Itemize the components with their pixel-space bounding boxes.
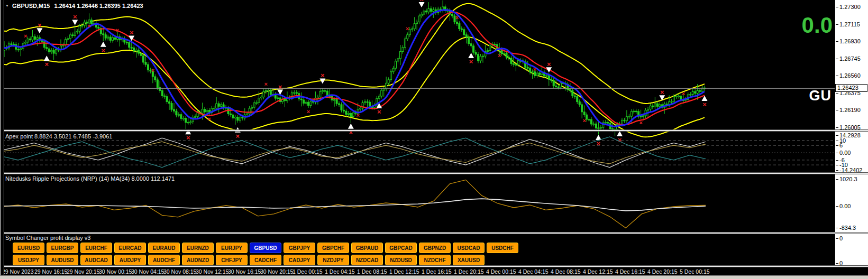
symbol-button-eurusd[interactable]: EURUSD [13, 243, 44, 253]
nrp-indicator-label: Nitedusks Ripple Projections (NRP) (14) … [5, 175, 175, 182]
time-axis-label: 1 Dec 20:15 [454, 268, 484, 275]
time-axis-label: 30 Nov 04:15 [131, 268, 164, 275]
svg-text:×: × [547, 60, 551, 68]
symbol-button-row-2: USDJPYAUDUSDAUDCADAUDJPYAUDCHFAUDNZDCHFJ… [13, 255, 487, 265]
panel-separator[interactable] [0, 129, 868, 132]
axis-label: 0 [839, 235, 843, 241]
symbol-button-eurnzd[interactable]: EURNZD [182, 243, 214, 253]
chart-title-bar: ▼GBPUSD,M151.26414 1.26446 1.26395 1.264… [5, 3, 143, 9]
time-axis-label: 1 Dec 16:15 [422, 268, 452, 275]
nrp-main [2, 180, 706, 228]
axis-label: 6 [839, 142, 843, 148]
symbol-button-usdchf[interactable]: USDCHF [487, 243, 518, 253]
svg-text:×: × [151, 67, 154, 73]
symbol-button-usdjpy[interactable]: USDJPY [13, 255, 44, 265]
time-axis-label: 1 Dec 08:15 [357, 268, 387, 275]
svg-text:×: × [73, 13, 77, 21]
time-axis-label: 1 Dec 12:15 [389, 268, 419, 275]
svg-text:×: × [44, 60, 49, 68]
symbol-button-gbpaud[interactable]: GBPAUD [351, 243, 383, 253]
svg-text:×: × [498, 52, 501, 59]
time-axis-label: 29 Nov 2023 [2, 268, 34, 275]
symbol-button-usdcad[interactable]: USDCAD [453, 243, 485, 253]
axis-label: -834.3 [839, 225, 856, 231]
price-axis-column[interactable]: 1.273001.271151.269301.267451.265601.263… [835, 0, 868, 267]
svg-text:×: × [582, 117, 586, 124]
symbol-button-audjpy[interactable]: AUDJPY [114, 255, 146, 265]
chart-canvas[interactable]: ×××××××××××××××××××××××××××××××××× [0, 0, 868, 279]
symbol-button-nzdcad[interactable]: NZDCAD [351, 255, 383, 265]
axis-label: 1.27300 [839, 4, 861, 10]
svg-text:×: × [24, 33, 27, 39]
panel-separator[interactable] [0, 172, 868, 174]
svg-text:×: × [321, 71, 325, 79]
symbol-watermark: GU [783, 88, 832, 104]
symbol-button-cadchf[interactable]: CADCHF [250, 255, 281, 265]
time-axis[interactable]: 29 Nov 202329 Nov 16:1529 Nov 20:1530 No… [0, 267, 868, 275]
apex-grid-lines [2, 141, 834, 165]
symbol-button-audcad[interactable]: AUDCAD [80, 255, 112, 265]
symbol-button-eurcad[interactable]: EURCAD [114, 243, 146, 253]
symbol-button-audnzd[interactable]: AUDNZD [182, 255, 214, 265]
time-axis-label: 4 Dec 00:15 [486, 268, 516, 275]
svg-text:×: × [130, 29, 134, 36]
svg-text:×: × [356, 112, 359, 118]
symbol-button-eurchf[interactable]: EURCHF [80, 243, 112, 253]
nrp-ma [2, 199, 706, 211]
x-marks: ××××××××××××××× [24, 14, 685, 126]
panel-separator[interactable] [0, 232, 868, 234]
time-axis-label: 30 Nov 08:15 [163, 268, 196, 275]
symbol-button-eurgbp[interactable]: EURGBP [47, 243, 78, 253]
symbol-button-euraud[interactable]: EURAUD [148, 243, 180, 253]
symbol-button-gbpcad[interactable]: GBPCAD [385, 243, 417, 253]
time-axis-label: 30 Nov 12:15 [196, 268, 229, 275]
nrp-series [2, 180, 706, 228]
symbol-button-audusd[interactable]: AUDUSD [47, 255, 78, 265]
symbol-button-gbpusd[interactable]: GBPUSD [250, 243, 281, 253]
svg-text:×: × [469, 58, 473, 66]
symbol-button-nzdchf[interactable]: NZDCHF [419, 255, 451, 265]
svg-text:×: × [533, 66, 536, 72]
time-axis-label: 30 Nov 16:15 [228, 268, 261, 275]
svg-text:×: × [702, 100, 707, 108]
window-left-border [0, 0, 4, 275]
profit-big-value: 0.0 [792, 13, 833, 38]
axis-label: 1020.3 [839, 176, 857, 182]
symbol-button-gbpnzd[interactable]: GBPNZD [419, 243, 451, 253]
svg-text:×: × [639, 119, 642, 126]
time-axis-label: 30 Nov 00:15 [99, 268, 132, 275]
symbol-button-gbpchf[interactable]: GBPCHF [317, 243, 349, 253]
time-axis-label: 30 Nov 20:15 [260, 268, 293, 275]
svg-text:×: × [419, 0, 424, 3]
symbol-button-chfjpy[interactable]: CHFJPY [216, 255, 248, 265]
time-axis-label: 5 Dec 00:15 [680, 268, 710, 275]
symbol-button-xauusd[interactable]: XAUUSD [453, 255, 485, 265]
axis-label: 1.26190 [839, 107, 861, 113]
time-axis-label: 29 Nov 16:15 [34, 268, 67, 275]
svg-text:×: × [278, 83, 282, 91]
axis-label: 1.26745 [839, 55, 861, 62]
window-bottom-border [0, 275, 868, 279]
apex-indicator-label: Apex point 8.8824 3.5021 6.7485 -3.9061 [5, 133, 112, 140]
symbol-dropdown-icon[interactable]: ▼ [5, 4, 9, 7]
svg-text:×: × [406, 25, 409, 32]
axis-label: 0.00 [839, 150, 851, 156]
svg-text:×: × [660, 88, 664, 96]
mt4-chart-window: ×××××××××××××××××××××××××××××××××× 1.273… [0, 0, 868, 279]
chart-symbol-title: GBPUSD,M15 [12, 3, 50, 9]
svg-text:×: × [455, 14, 459, 21]
symbol-button-gbpjpy[interactable]: GBPJPY [284, 243, 315, 253]
symbol-button-nzdjpy[interactable]: NZDJPY [317, 255, 349, 265]
symbol-button-cadjpy[interactable]: CADJPY [284, 255, 315, 265]
svg-text:×: × [682, 90, 685, 97]
time-axis-label: 4 Dec 12:15 [583, 268, 613, 275]
symbol-button-eurjpy[interactable]: EURJPY [216, 243, 248, 253]
svg-text:×: × [307, 108, 310, 115]
symbol-button-nzdusd[interactable]: NZDUSD [385, 255, 417, 265]
svg-text:×: × [236, 132, 240, 140]
panel-separator[interactable] [0, 265, 868, 267]
current-price-tag: 1.26423 [835, 84, 867, 92]
symbol-button-audchf[interactable]: AUDCHF [148, 255, 180, 265]
symbol-button-row-1: EURUSDEURGBPEURCHFEURCADEURAUDEURNZDEURJ… [13, 243, 520, 253]
time-axis-label: 1 Dec 00:15 [293, 268, 323, 275]
